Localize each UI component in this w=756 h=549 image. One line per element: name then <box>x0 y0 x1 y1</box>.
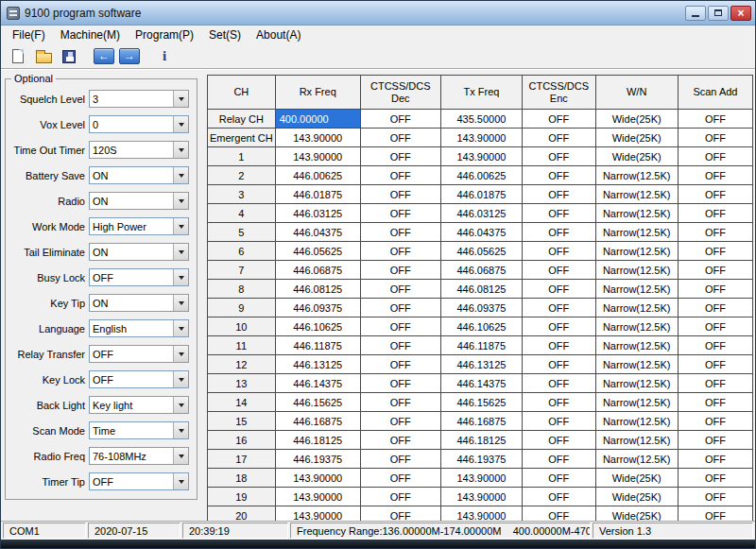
cell[interactable]: OFF <box>678 488 752 506</box>
cell[interactable]: OFF <box>360 110 440 129</box>
cell[interactable]: 446.13125 <box>440 355 522 374</box>
cell[interactable]: OFF <box>678 412 752 431</box>
combo-dropdown-button[interactable] <box>173 346 188 362</box>
cell[interactable]: OFF <box>523 450 595 469</box>
cell[interactable]: OFF <box>678 374 752 393</box>
cell[interactable]: OFF <box>523 299 595 317</box>
cell[interactable]: 446.03125 <box>275 204 360 223</box>
cell[interactable]: 446.19375 <box>275 450 360 469</box>
read-from-radio-button[interactable]: ← <box>93 46 115 67</box>
cell[interactable]: Narrow(12.5K) <box>595 223 678 242</box>
cell[interactable]: 446.03125 <box>440 204 522 223</box>
cell[interactable]: OFF <box>523 374 595 393</box>
cell[interactable]: 446.09375 <box>275 299 360 317</box>
cell[interactable]: Narrow(12.5K) <box>595 412 678 431</box>
cell[interactable]: 446.01875 <box>275 185 360 204</box>
cell[interactable]: OFF <box>523 280 595 299</box>
cell[interactable]: OFF <box>360 261 440 280</box>
cell[interactable]: Wide(25K) <box>595 469 678 488</box>
cell[interactable]: Narrow(12.5K) <box>595 450 678 469</box>
combo-key-tip[interactable]: ON <box>89 294 189 312</box>
cell[interactable]: OFF <box>678 185 752 204</box>
cell[interactable]: 446.04375 <box>440 223 522 242</box>
cell[interactable]: 400.00000 <box>275 110 360 129</box>
cell[interactable]: OFF <box>678 280 752 299</box>
cell[interactable]: 446.15625 <box>275 393 360 412</box>
combo-dropdown-button[interactable] <box>173 244 188 260</box>
cell[interactable]: Narrow(12.5K) <box>595 204 678 223</box>
row-header[interactable]: Relay CH <box>208 110 276 129</box>
cell[interactable]: Wide(25K) <box>595 506 678 522</box>
cell[interactable]: OFF <box>360 204 440 223</box>
cell[interactable]: OFF <box>360 280 440 299</box>
maximize-button[interactable] <box>708 6 729 21</box>
cell[interactable]: 446.16875 <box>275 412 360 431</box>
combo-dropdown-button[interactable] <box>173 473 188 489</box>
cell[interactable]: Narrow(12.5K) <box>595 374 678 393</box>
cell[interactable]: OFF <box>360 166 440 185</box>
menu-item-file-f[interactable]: File(F) <box>5 26 53 43</box>
cell[interactable]: OFF <box>678 506 752 522</box>
cell[interactable]: OFF <box>523 393 595 412</box>
row-header[interactable]: Emergent CH <box>208 129 276 147</box>
cell[interactable]: Wide(25K) <box>595 129 678 147</box>
row-header[interactable]: 5 <box>208 223 276 242</box>
cell[interactable]: OFF <box>360 129 440 147</box>
cell[interactable]: Wide(25K) <box>595 488 678 506</box>
combo-dropdown-button[interactable] <box>173 142 188 158</box>
cell[interactable]: 446.16875 <box>440 412 522 431</box>
combo-dropdown-button[interactable] <box>173 295 188 311</box>
cell[interactable]: OFF <box>678 110 752 129</box>
cell[interactable]: 446.13125 <box>275 355 360 374</box>
cell[interactable]: 143.90000 <box>275 506 360 522</box>
row-header[interactable]: 2 <box>208 166 276 185</box>
combo-language[interactable]: English <box>89 319 189 337</box>
cell[interactable]: OFF <box>678 204 752 223</box>
cell[interactable]: 446.18125 <box>440 431 522 450</box>
combo-radio[interactable]: ON <box>89 192 189 210</box>
cell[interactable]: 446.09375 <box>440 299 522 317</box>
cell[interactable]: OFF <box>360 355 440 374</box>
row-header[interactable]: 8 <box>208 280 276 299</box>
cell[interactable]: OFF <box>523 317 595 336</box>
row-header[interactable]: 9 <box>208 299 276 317</box>
cell[interactable]: OFF <box>523 204 595 223</box>
cell[interactable]: 446.08125 <box>275 280 360 299</box>
cell[interactable]: Narrow(12.5K) <box>595 280 678 299</box>
cell[interactable]: Narrow(12.5K) <box>595 393 678 412</box>
cell[interactable]: OFF <box>523 355 595 374</box>
combo-dropdown-button[interactable] <box>173 91 188 107</box>
cell[interactable]: OFF <box>523 506 595 522</box>
combo-dropdown-button[interactable] <box>173 371 188 387</box>
cell[interactable]: 446.19375 <box>440 450 522 469</box>
combo-relay-transfer[interactable]: OFF <box>89 345 189 363</box>
menu-item-machine-m[interactable]: Machine(M) <box>53 26 128 43</box>
row-header[interactable]: 13 <box>208 374 276 393</box>
cell[interactable]: Narrow(12.5K) <box>595 242 678 261</box>
cell[interactable]: 446.11875 <box>440 336 522 355</box>
combo-radio-freq[interactable]: 76-108MHz <box>89 447 189 465</box>
cell[interactable]: OFF <box>523 129 595 147</box>
row-header[interactable]: 12 <box>208 355 276 374</box>
menu-item-program-p[interactable]: Program(P) <box>128 26 201 43</box>
combo-time-out-timer[interactable]: 120S <box>89 141 189 159</box>
cell[interactable]: OFF <box>523 242 595 261</box>
row-header[interactable]: 7 <box>208 261 276 280</box>
cell[interactable]: OFF <box>523 336 595 355</box>
row-header[interactable]: 18 <box>208 469 276 488</box>
combo-work-mode[interactable]: High Power <box>89 217 189 235</box>
row-header[interactable]: 11 <box>208 336 276 355</box>
cell[interactable]: Narrow(12.5K) <box>595 166 678 185</box>
cell[interactable]: OFF <box>678 129 752 147</box>
cell[interactable]: OFF <box>523 166 595 185</box>
combo-busy-lock[interactable]: OFF <box>89 268 189 286</box>
cell[interactable]: OFF <box>678 166 752 185</box>
cell[interactable]: 143.90000 <box>275 469 360 488</box>
combo-tail-eliminate[interactable]: ON <box>89 243 189 261</box>
cell[interactable]: OFF <box>360 393 440 412</box>
open-file-button[interactable] <box>32 46 55 67</box>
cell[interactable]: OFF <box>678 355 752 374</box>
cell[interactable]: OFF <box>360 488 440 506</box>
cell[interactable]: Narrow(12.5K) <box>595 431 678 450</box>
cell[interactable]: 446.05625 <box>275 242 360 261</box>
